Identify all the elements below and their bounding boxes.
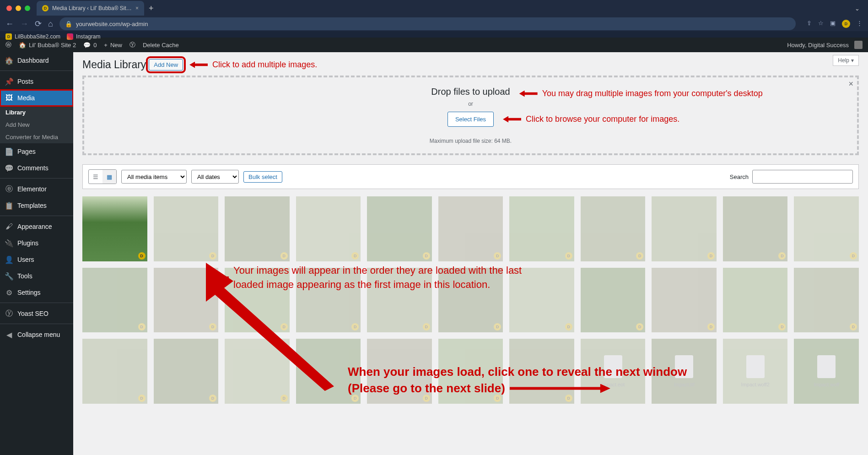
media-thumb[interactable]: D xyxy=(438,339,503,404)
window-minimize[interactable] xyxy=(16,5,21,11)
content-area: Help ▾ Media Library Add New Click to ad… xyxy=(73,52,868,455)
sidebar-item-yoast[interactable]: ⓨYoast SEO xyxy=(0,305,73,322)
media-thumb[interactable]: D xyxy=(581,196,646,261)
sidebar-item-tools[interactable]: 🔧Tools xyxy=(0,268,73,284)
sidebar-item-media[interactable]: 🖼Media xyxy=(0,90,73,106)
sidebar-item-plugins[interactable]: 🔌Plugins xyxy=(0,235,73,251)
howdy-link[interactable]: Howdy, Digital Success xyxy=(783,38,866,52)
media-thumb[interactable]: D xyxy=(509,339,574,404)
media-type-filter[interactable]: All media items xyxy=(121,170,187,184)
grid-view-button[interactable]: ▦ xyxy=(102,170,116,184)
wordpress-icon: ⓦ xyxy=(5,41,11,49)
media-thumb[interactable]: D xyxy=(509,268,574,333)
home-icon: 🏠 xyxy=(19,42,26,49)
window-maximize[interactable] xyxy=(25,5,30,11)
media-thumb[interactable]: D xyxy=(82,268,147,333)
thumb-badge-icon: D xyxy=(423,395,430,402)
chevron-down-icon: ▾ xyxy=(851,57,854,64)
media-thumb[interactable]: D xyxy=(794,196,859,261)
media-thumb[interactable]: D xyxy=(581,268,646,333)
profile-icon[interactable]: D xyxy=(842,20,850,28)
bulk-select-button[interactable]: Bulk select xyxy=(243,171,282,183)
media-thumb[interactable]: D xyxy=(652,268,717,333)
share-icon[interactable]: ⇧ xyxy=(807,20,812,28)
media-thumb[interactable]: D xyxy=(225,339,290,404)
annotation-text: Click to browse your computer for images… xyxy=(526,114,679,124)
sidebar-item-posts[interactable]: 📌Posts xyxy=(0,73,73,90)
site-name-link[interactable]: 🏠 Lil' Bubba® Site 2 xyxy=(15,38,80,52)
media-thumb[interactable]: D xyxy=(438,268,503,333)
sidebar-item-users[interactable]: 👤Users xyxy=(0,251,73,268)
wp-logo[interactable]: ⓦ xyxy=(2,38,15,52)
help-tab[interactable]: Help ▾ xyxy=(833,55,859,66)
media-thumb[interactable]: D xyxy=(723,196,788,261)
sidebar-item-pages[interactable]: 📄Pages xyxy=(0,143,73,160)
close-icon[interactable]: × xyxy=(135,5,139,11)
media-thumb[interactable]: D xyxy=(296,339,361,404)
window-close[interactable] xyxy=(6,5,12,11)
media-thumb[interactable]: Impact.eot xyxy=(581,339,646,404)
chevron-down-icon[interactable]: ⌄ xyxy=(855,5,860,12)
media-thumb[interactable]: D xyxy=(82,339,147,404)
sidebar-item-comments[interactable]: 💬Comments xyxy=(0,160,73,176)
menu-icon[interactable]: ⋮ xyxy=(857,20,863,28)
media-thumb[interactable]: D xyxy=(154,196,219,261)
sidebar-item-dashboard[interactable]: 🏠Dashboard xyxy=(0,52,73,69)
media-thumb[interactable]: D xyxy=(296,196,361,261)
dropzone-title: Drop files to upload xyxy=(431,87,510,97)
delete-cache-link[interactable]: Delete Cache xyxy=(139,38,183,52)
forward-button[interactable]: → xyxy=(20,19,28,29)
media-thumb[interactable]: D xyxy=(794,268,859,333)
add-new-button[interactable]: Add New xyxy=(149,59,183,70)
media-thumb[interactable]: D xyxy=(367,196,432,261)
thumb-badge-icon: D xyxy=(494,395,501,402)
new-link[interactable]: + New xyxy=(100,38,126,52)
browser-tab[interactable]: D Media Library ‹ Lil' Bubba® Sit… × xyxy=(37,1,144,16)
upload-dropzone[interactable]: × Drop files to upload You may drag mult… xyxy=(82,76,859,155)
submenu-converter[interactable]: Converter for Media xyxy=(0,131,73,143)
media-thumb[interactable]: Impact.woff2 xyxy=(723,339,788,404)
home-button[interactable]: ⌂ xyxy=(48,19,53,29)
list-view-button[interactable]: ☰ xyxy=(89,170,102,184)
media-thumb[interactable]: Impact.ttf xyxy=(652,339,717,404)
media-thumb[interactable]: D xyxy=(225,196,290,261)
submenu-library[interactable]: Library xyxy=(0,106,73,119)
media-thumb[interactable]: D xyxy=(296,268,361,333)
reload-button[interactable]: ⟳ xyxy=(35,19,42,29)
file-name: Impact.eot xyxy=(601,382,625,387)
tab-title: Media Library ‹ Lil' Bubba® Sit… xyxy=(52,5,132,11)
date-filter[interactable]: All dates xyxy=(191,170,239,184)
comments-link[interactable]: 💬 0 xyxy=(80,38,100,52)
media-thumb[interactable]: D xyxy=(154,339,219,404)
new-tab-button[interactable]: + xyxy=(149,4,154,13)
close-icon[interactable]: × xyxy=(848,79,853,89)
yoast-adminbar[interactable]: ⓨ xyxy=(126,38,139,52)
sidebar-item-templates[interactable]: 📋Templates xyxy=(0,197,73,214)
sidebar-item-settings[interactable]: ⚙Settings xyxy=(0,284,73,301)
select-files-button[interactable]: Select Files xyxy=(447,112,494,127)
sidebar-item-label: Appearance xyxy=(17,223,52,230)
site-name: Lil' Bubba® Site 2 xyxy=(29,42,76,49)
media-thumb[interactable]: D xyxy=(367,268,432,333)
url-field[interactable]: 🔒 yourwebsite.com/wp-admin xyxy=(59,17,796,30)
media-thumb[interactable]: D xyxy=(225,268,290,333)
sidebar-collapse[interactable]: ◀Collapse menu xyxy=(0,326,73,343)
sidebar-item-elementor[interactable]: ⓔElementor xyxy=(0,181,73,197)
back-button[interactable]: ← xyxy=(5,19,14,29)
submenu-add-new[interactable]: Add New xyxy=(0,119,73,131)
media-thumb[interactable]: D xyxy=(652,196,717,261)
media-thumb[interactable]: D xyxy=(82,196,147,261)
sidebar-item-appearance[interactable]: 🖌Appearance xyxy=(0,218,73,235)
media-thumb[interactable]: D xyxy=(723,268,788,333)
media-thumb[interactable]: D xyxy=(509,196,574,261)
star-icon[interactable]: ☆ xyxy=(818,20,824,28)
media-thumb[interactable]: D xyxy=(438,196,503,261)
media-thumb[interactable]: Impact.woff xyxy=(794,339,859,404)
sidepanel-icon[interactable]: ▣ xyxy=(830,20,836,28)
dropzone-or: or xyxy=(93,101,848,107)
search-input[interactable] xyxy=(752,170,853,184)
media-thumb[interactable]: D xyxy=(367,339,432,404)
thumb-badge-icon: D xyxy=(494,323,501,330)
sidebar-item-label: Collapse menu xyxy=(17,331,60,338)
media-thumb[interactable]: D xyxy=(154,268,219,333)
